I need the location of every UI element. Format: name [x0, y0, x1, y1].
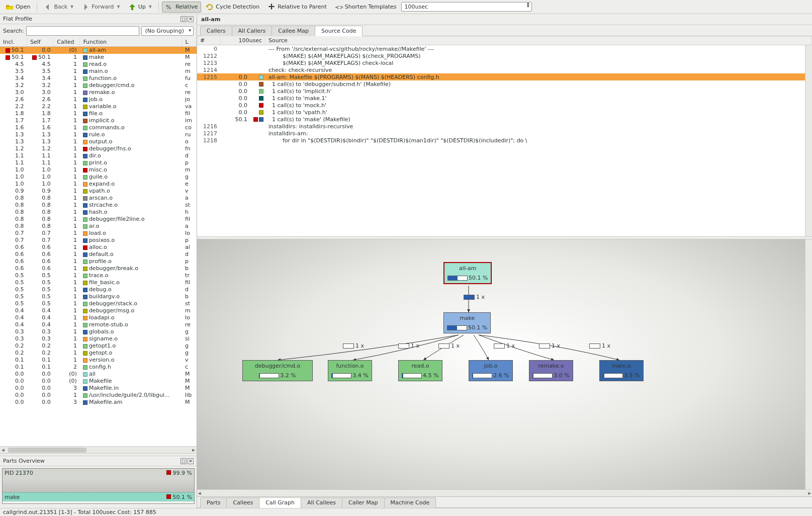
tab[interactable]: Callees [226, 497, 259, 508]
shorten-templates-button[interactable]: <> Shorten Templates [331, 2, 400, 13]
table-row[interactable]: 1.11.11dir.od [0, 152, 197, 159]
table-row[interactable]: 50.10.0(0)all-amM [0, 47, 197, 54]
table-row[interactable]: 1.01.01misc.om [0, 166, 197, 174]
tab[interactable]: Callers [200, 26, 232, 36]
table-row[interactable]: 0.50.51trace.otr [0, 272, 197, 279]
call-graph[interactable]: all-am50.1 %make50.1 %debugger/cmd.o3.2 … [197, 239, 812, 489]
table-row[interactable]: 0.00.0(0)allM [0, 371, 197, 378]
table-row[interactable]: 1.21.21debugger/fns.ofn [0, 145, 197, 152]
table-row[interactable]: 1.01.01guile.og [0, 174, 197, 181]
table-row[interactable]: 3.23.21debugger/cmd.oc [0, 82, 197, 89]
table-row[interactable]: 0.50.51file_basic.ofil [0, 279, 197, 286]
dropdown-icon[interactable]: ▼ [149, 5, 152, 9]
table-row[interactable]: 0.70.71load.olo [0, 230, 197, 237]
table-row[interactable]: 0.10.12config.hc [0, 364, 197, 371]
table-row[interactable]: 2.22.21variable.ova [0, 103, 197, 110]
source-line[interactable]: 1214check: check-recursive [197, 66, 812, 73]
table-row[interactable]: 3.03.01remake.ore [0, 89, 197, 96]
tab[interactable]: All Callers [232, 26, 273, 36]
vertical-scrollbar[interactable] [805, 239, 812, 489]
table-row[interactable]: 0.50.51buildargv.ob [0, 293, 197, 300]
table-row[interactable]: 1.71.71implicit.oim [0, 117, 197, 124]
column-header[interactable]: Self [27, 38, 53, 47]
source-line[interactable]: 12150.0all-am: Makefile $(PROGRAMS) $(MA… [197, 73, 812, 80]
tab[interactable]: Parts [200, 497, 227, 508]
dropdown-icon[interactable]: ▼ [117, 5, 120, 9]
tab[interactable]: Source Code [315, 26, 363, 36]
table-row[interactable]: 0.60.61debugger/break.ob [0, 265, 197, 272]
table-row[interactable]: 0.90.91vpath.ov [0, 188, 197, 195]
detach-icon[interactable]: ◻ [181, 458, 187, 464]
col-cost[interactable]: 100usec [220, 36, 265, 45]
flat-profile-table[interactable]: Incl.SelfCalledFunctionL 50.10.0(0)all-a… [0, 38, 197, 446]
table-row[interactable]: 0.50.51debug.od [0, 286, 197, 293]
tab[interactable]: All Callees [301, 497, 342, 508]
source-line[interactable]: 1213 $(MAKE) $(AM_MAKEFLAGS) check-local [197, 59, 812, 66]
graph-node[interactable]: debugger/cmd.o3.2 % [242, 360, 313, 381]
tab[interactable]: Machine Code [384, 497, 436, 508]
table-row[interactable]: 0.60.61alloc.oal [0, 244, 197, 251]
table-row[interactable]: 0.30.31globals.og [0, 328, 197, 335]
graph-node[interactable]: remake.o3.0 % [529, 360, 573, 381]
source-line[interactable]: 1216installdirs: installdirs-recursive [197, 123, 812, 130]
grouping-combo[interactable]: (No Grouping) [141, 26, 194, 36]
table-row[interactable]: 1.11.11print.op [0, 159, 197, 166]
table-row[interactable]: 1.31.31output.oo [0, 138, 197, 145]
table-row[interactable]: 0.40.41debugger/msg.om [0, 307, 197, 314]
table-row[interactable]: 0.80.81hash.oh [0, 209, 197, 216]
table-row[interactable]: 0.00.03Makefile.amM [0, 399, 197, 406]
table-row[interactable]: 0.80.81debugger/file2line.ofil [0, 216, 197, 223]
column-header[interactable]: Called [54, 38, 80, 47]
close-icon[interactable]: ✕ [188, 458, 194, 464]
col-num[interactable]: # [197, 36, 220, 45]
source-line[interactable]: 50.1 1 call(s) to 'make' (Makefile) [197, 116, 812, 123]
close-icon[interactable]: ✕ [188, 16, 194, 22]
graph-node[interactable]: job.o2.6 % [469, 360, 513, 381]
horizontal-scrollbar[interactable]: ◂▸ [0, 446, 197, 453]
table-row[interactable]: 0.20.21getopt1.og [0, 342, 197, 350]
table-row[interactable]: 0.70.71posixos.op [0, 237, 197, 244]
table-row[interactable]: 3.53.51main.om [0, 68, 197, 75]
tab[interactable]: Call Graph [259, 497, 301, 508]
graph-node[interactable]: read.o4.5 % [398, 360, 442, 381]
table-row[interactable]: 0.30.31signame.osi [0, 335, 197, 342]
vertical-scrollbar[interactable] [805, 45, 812, 236]
tab[interactable]: Callee Map [272, 26, 315, 36]
table-row[interactable]: 0.10.11version.ov [0, 357, 197, 364]
cost-unit-combo[interactable]: 100usec [401, 2, 532, 12]
table-row[interactable]: 0.60.61default.od [0, 251, 197, 258]
cycle-button[interactable]: Cycle Detection [202, 2, 263, 13]
source-line[interactable]: 0.0 1 call(s) to 'implicit.h' [197, 88, 812, 95]
table-row[interactable]: 0.40.41remote-stub.ore [0, 321, 197, 328]
table-row[interactable]: 1.31.31rule.oru [0, 131, 197, 138]
table-row[interactable]: 1.81.81file.ofil [0, 110, 197, 117]
open-button[interactable]: Open [2, 2, 34, 13]
graph-node[interactable]: function.o3.4 % [328, 360, 372, 381]
table-row[interactable]: 0.80.81arscan.oa [0, 195, 197, 202]
source-line[interactable]: 1217installdirs-am: [197, 130, 812, 137]
source-line[interactable]: 0--- From '/src/external-vcs/github/rock… [197, 45, 812, 52]
table-row[interactable]: 0.80.81strcache.ost [0, 202, 197, 209]
relative-parent-button[interactable]: Relative to Parent [264, 2, 330, 13]
table-row[interactable]: 0.00.0(0)MakefileM [0, 378, 197, 385]
source-line[interactable]: 0.0 1 call(s) to 'mock.h' [197, 102, 812, 109]
horizontal-scrollbar[interactable]: ◂▸ [197, 489, 812, 496]
source-line[interactable]: 1212 $(MAKE) $(AM_MAKEFLAGS) $(check_PRO… [197, 52, 812, 59]
source-line[interactable]: 0.0 1 call(s) to 'make.1' [197, 95, 812, 102]
tab[interactable]: Caller Map [342, 497, 385, 508]
table-row[interactable]: 0.80.81ar.oa [0, 223, 197, 230]
graph-node[interactable]: main.o3.5 % [599, 360, 644, 381]
table-row[interactable]: 0.00.01/usr/include/guile/2.0/libgui...l… [0, 392, 197, 399]
search-input[interactable] [26, 26, 140, 36]
table-row[interactable]: 2.62.61job.ojo [0, 96, 197, 103]
column-header[interactable]: Function [80, 38, 182, 47]
forward-button[interactable]: Forward ▼ [78, 2, 123, 13]
back-button[interactable]: Back ▼ [40, 2, 77, 13]
source-line[interactable]: 0.0 1 call(s) to 'debugger/subcmd.h' (Ma… [197, 80, 812, 88]
graph-node[interactable]: all-am50.1 % [443, 262, 492, 284]
table-row[interactable]: 1.61.61commands.oco [0, 124, 197, 131]
table-row[interactable]: 3.43.41function.ofu [0, 75, 197, 82]
source-line[interactable]: 0.0 1 call(s) to 'vpath.h' [197, 109, 812, 116]
table-row[interactable]: 0.00.03Makefile.inM [0, 385, 197, 392]
relative-button[interactable]: % Relative [162, 2, 201, 13]
